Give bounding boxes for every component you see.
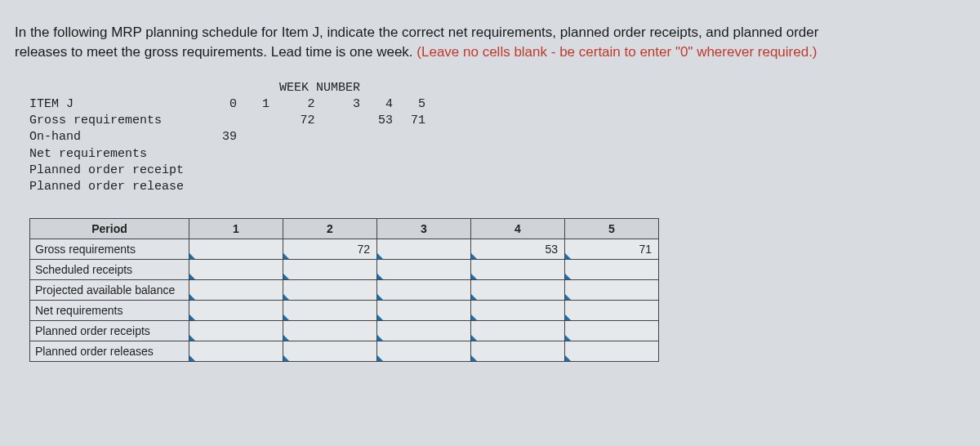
corner-icon: [283, 314, 289, 320]
question-prompt: In the following MRP planning schedule f…: [15, 23, 962, 62]
corner-icon: [377, 335, 383, 341]
period-4: 4: [471, 219, 565, 239]
table-row: Net requirements: [30, 301, 659, 321]
input-cell[interactable]: [189, 239, 283, 260]
row-gross-req: Gross requirements: [29, 113, 209, 129]
input-cell[interactable]: [189, 301, 283, 321]
input-cell[interactable]: [283, 341, 377, 362]
input-cell[interactable]: [471, 280, 565, 301]
table-row: Scheduled receipts: [30, 260, 659, 280]
input-cell[interactable]: [471, 341, 565, 362]
row-planned-release: Planned order release: [29, 179, 209, 195]
input-cell[interactable]: [283, 260, 377, 280]
corner-icon: [189, 335, 195, 341]
input-cell[interactable]: [565, 301, 659, 321]
col-5: 5: [398, 96, 430, 113]
corner-icon: [283, 253, 289, 259]
table-row: Gross requirements 72 53 71: [30, 239, 659, 260]
corner-icon: [565, 274, 571, 279]
ans-sched-receipts: Scheduled receipts: [30, 260, 189, 280]
table-row: Projected available balance: [30, 280, 659, 301]
input-cell[interactable]: [565, 280, 659, 301]
input-cell[interactable]: [283, 321, 377, 341]
input-cell[interactable]: [565, 341, 659, 362]
week-number-header: WEEK NUMBER: [274, 80, 365, 96]
corner-icon: [283, 274, 289, 279]
corner-icon: [283, 294, 289, 300]
corner-icon: [471, 253, 477, 259]
corner-icon: [471, 294, 477, 300]
corner-icon: [565, 314, 571, 320]
corner-icon: [377, 355, 383, 361]
input-cell[interactable]: [377, 301, 471, 321]
input-cell[interactable]: 71: [565, 239, 659, 260]
corner-icon: [283, 335, 289, 341]
corner-icon: [471, 314, 477, 320]
prompt-line2a: releases to meet the gross requirements.…: [15, 44, 416, 60]
period-5: 5: [565, 219, 659, 239]
input-cell[interactable]: [377, 280, 471, 301]
ans-gross-req: Gross requirements: [30, 239, 189, 260]
input-cell[interactable]: [189, 341, 283, 362]
given-schedule-block: WEEK NUMBER ITEM J 0 1 2 3 4 5 Gross req…: [29, 80, 965, 196]
ans-planned-releases: Planned order releases: [30, 341, 189, 362]
input-cell[interactable]: [565, 260, 659, 280]
ans-planned-receipts: Planned order receipts: [30, 321, 189, 341]
row-onhand: On-hand: [29, 129, 209, 145]
input-cell[interactable]: [565, 321, 659, 341]
item-label: ITEM J: [29, 96, 209, 113]
corner-icon: [377, 314, 383, 320]
prompt-instruction-red: (Leave no cells blank - be certain to en…: [416, 44, 817, 60]
input-cell[interactable]: [471, 260, 565, 280]
ans-proj-balance: Projected available balance: [30, 280, 189, 301]
input-cell[interactable]: 72: [283, 239, 377, 260]
input-cell[interactable]: [189, 280, 283, 301]
corner-icon: [189, 314, 195, 320]
period-3: 3: [377, 219, 471, 239]
corner-icon: [471, 274, 477, 279]
period-2: 2: [283, 219, 377, 239]
col-3: 3: [320, 96, 366, 113]
input-cell[interactable]: 53: [471, 239, 565, 260]
row-net-req: Net requirements: [29, 146, 209, 163]
col-4: 4: [365, 96, 398, 113]
corner-icon: [565, 294, 571, 300]
corner-icon: [565, 355, 571, 361]
corner-icon: [189, 294, 195, 300]
row-planned-receipt: Planned order receipt: [29, 163, 209, 179]
corner-icon: [471, 335, 477, 341]
period-1: 1: [189, 219, 283, 239]
table-row: Planned order releases: [30, 341, 659, 362]
input-cell[interactable]: [283, 280, 377, 301]
input-cell[interactable]: [471, 321, 565, 341]
input-cell[interactable]: [283, 301, 377, 321]
corner-icon: [189, 355, 195, 361]
answer-table: Period 1 2 3 4 5 Gross requirements 72 5…: [29, 218, 659, 362]
col-0: 0: [209, 96, 242, 113]
corner-icon: [283, 355, 289, 361]
corner-icon: [565, 253, 571, 259]
corner-icon: [377, 294, 383, 300]
ans-net-req: Net requirements: [30, 301, 189, 321]
corner-icon: [471, 355, 477, 361]
input-cell[interactable]: [377, 321, 471, 341]
col-2: 2: [274, 96, 320, 113]
period-header: Period: [30, 219, 189, 239]
corner-icon: [377, 274, 383, 279]
corner-icon: [189, 274, 195, 279]
input-cell[interactable]: [471, 301, 565, 321]
input-cell[interactable]: [189, 260, 283, 280]
input-cell[interactable]: [189, 321, 283, 341]
given-schedule-table: WEEK NUMBER ITEM J 0 1 2 3 4 5 Gross req…: [29, 80, 430, 196]
table-row: Planned order receipts: [30, 321, 659, 341]
corner-icon: [189, 253, 195, 259]
input-cell[interactable]: [377, 341, 471, 362]
prompt-line1: In the following MRP planning schedule f…: [15, 25, 818, 40]
corner-icon: [565, 335, 571, 341]
input-cell[interactable]: [377, 239, 471, 260]
col-1: 1: [242, 96, 274, 113]
input-cell[interactable]: [377, 260, 471, 280]
corner-icon: [377, 253, 383, 259]
